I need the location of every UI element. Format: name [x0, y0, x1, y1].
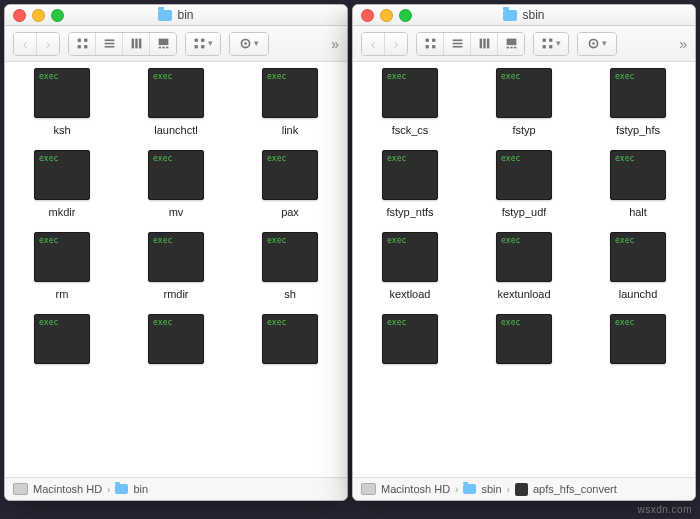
file-item[interactable]: execrmdir: [119, 232, 233, 300]
list-view-button[interactable]: [444, 33, 471, 55]
exec-icon: exec: [496, 150, 552, 200]
file-item[interactable]: exechalt: [581, 150, 695, 218]
file-name: mv: [169, 206, 184, 218]
forward-button[interactable]: ›: [385, 33, 407, 55]
exec-icon: exec: [610, 150, 666, 200]
toolbar-overflow-icon[interactable]: »: [331, 37, 339, 51]
file-name: fsck_cs: [392, 124, 429, 136]
zoom-icon[interactable]: [51, 9, 64, 22]
file-name: ksh: [53, 124, 70, 136]
titlebar[interactable]: bin: [5, 5, 347, 26]
path-bar[interactable]: Macintosh HD›sbin›apfs_hfs_convert: [353, 477, 695, 500]
action-button[interactable]: ▾: [229, 32, 269, 56]
back-button[interactable]: ‹: [362, 33, 385, 55]
file-item[interactable]: execkextunload: [467, 232, 581, 300]
svg-rect-28: [483, 39, 485, 49]
toolbar: ‹ › ▾ ▾: [353, 26, 695, 62]
exec-icon: exec: [496, 314, 552, 364]
watermark: wsxdn.com: [637, 504, 692, 515]
file-item[interactable]: execkextload: [353, 232, 467, 300]
svg-rect-37: [549, 45, 552, 48]
chevron-right-icon: ›: [455, 484, 458, 495]
svg-rect-8: [135, 39, 137, 49]
action-button[interactable]: ▾: [577, 32, 617, 56]
exec-icon: exec: [262, 232, 318, 282]
toolbar: ‹ › ▾ ▾: [5, 26, 347, 62]
path-segment[interactable]: bin: [133, 483, 148, 495]
exec-icon: exec: [382, 68, 438, 118]
file-item[interactable]: execlink: [233, 68, 347, 136]
path-segment[interactable]: Macintosh HD: [33, 483, 102, 495]
file-item[interactable]: execpax: [233, 150, 347, 218]
file-item[interactable]: execfstyp: [467, 68, 581, 136]
svg-rect-35: [549, 39, 552, 42]
minimize-icon[interactable]: [32, 9, 45, 22]
svg-rect-4: [104, 39, 114, 41]
file-item[interactable]: execfstyp_hfs: [581, 68, 695, 136]
svg-rect-11: [158, 47, 160, 49]
title-text: sbin: [522, 8, 544, 22]
gallery-view-button[interactable]: [498, 33, 524, 55]
svg-rect-30: [506, 39, 516, 46]
window-controls: [361, 9, 412, 22]
svg-rect-6: [104, 46, 114, 48]
list-view-button[interactable]: [96, 33, 123, 55]
file-item[interactable]: execrm: [5, 232, 119, 300]
exec-icon: exec: [34, 232, 90, 282]
zoom-icon[interactable]: [399, 9, 412, 22]
svg-rect-13: [165, 47, 167, 49]
exec-icon: exec: [610, 314, 666, 364]
file-name: kextunload: [497, 288, 550, 300]
disk-icon: [13, 483, 28, 495]
back-button[interactable]: ‹: [14, 33, 37, 55]
chevron-right-icon: ›: [507, 484, 510, 495]
file-item[interactable]: execsh: [233, 232, 347, 300]
file-name: pax: [281, 206, 299, 218]
minimize-icon[interactable]: [380, 9, 393, 22]
icon-view-button[interactable]: [69, 33, 96, 55]
column-view-button[interactable]: [471, 33, 498, 55]
gallery-view-button[interactable]: [150, 33, 176, 55]
svg-rect-16: [195, 45, 198, 48]
file-name: fstyp_udf: [502, 206, 547, 218]
file-item[interactable]: execksh: [5, 68, 119, 136]
group-button[interactable]: ▾: [533, 32, 569, 56]
svg-rect-32: [510, 47, 512, 49]
file-item[interactable]: execlaunchd: [581, 232, 695, 300]
file-name: fstyp_ntfs: [386, 206, 433, 218]
folder-icon: [503, 10, 517, 21]
file-item[interactable]: exec: [467, 314, 581, 370]
forward-button[interactable]: ›: [37, 33, 59, 55]
exec-icon: exec: [496, 232, 552, 282]
file-icon: [515, 483, 528, 496]
toolbar-overflow-icon[interactable]: »: [679, 37, 687, 51]
file-item[interactable]: execlaunchctl: [119, 68, 233, 136]
gear-icon: [587, 37, 600, 50]
file-item[interactable]: execfstyp_udf: [467, 150, 581, 218]
file-name: halt: [629, 206, 647, 218]
file-item[interactable]: exec: [581, 314, 695, 370]
icon-view-button[interactable]: [417, 33, 444, 55]
column-view-button[interactable]: [123, 33, 150, 55]
file-item[interactable]: execfsck_cs: [353, 68, 467, 136]
disk-icon: [361, 483, 376, 495]
exec-icon: exec: [262, 314, 318, 364]
close-icon[interactable]: [13, 9, 26, 22]
file-item[interactable]: exec: [233, 314, 347, 370]
path-bar[interactable]: Macintosh HD›bin: [5, 477, 347, 500]
file-grid: execkshexeclaunchctlexeclinkexecmkdirexe…: [5, 62, 347, 477]
file-item[interactable]: execmkdir: [5, 150, 119, 218]
path-segment[interactable]: sbin: [481, 483, 501, 495]
exec-icon: exec: [382, 150, 438, 200]
file-item[interactable]: exec: [353, 314, 467, 370]
path-segment[interactable]: apfs_hfs_convert: [533, 483, 617, 495]
file-item[interactable]: execfstyp_ntfs: [353, 150, 467, 218]
group-button[interactable]: ▾: [185, 32, 221, 56]
close-icon[interactable]: [361, 9, 374, 22]
exec-icon: exec: [148, 314, 204, 364]
file-item[interactable]: execmv: [119, 150, 233, 218]
file-item[interactable]: exec: [119, 314, 233, 370]
titlebar[interactable]: sbin: [353, 5, 695, 26]
file-item[interactable]: exec: [5, 314, 119, 370]
path-segment[interactable]: Macintosh HD: [381, 483, 450, 495]
